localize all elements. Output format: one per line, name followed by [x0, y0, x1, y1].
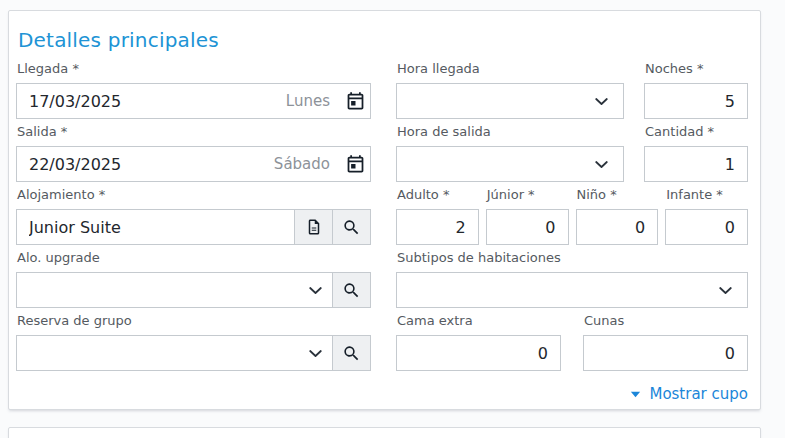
chevron-down-icon	[717, 282, 734, 299]
nino-input[interactable]	[577, 210, 658, 244]
search-icon	[342, 218, 361, 237]
salida-label: Salida *	[17, 124, 371, 140]
noches-label: Noches *	[645, 61, 748, 77]
junior-input[interactable]	[487, 210, 568, 244]
search-icon	[342, 344, 361, 363]
cunas-input[interactable]	[584, 336, 747, 370]
reserva-de-grupo-label: Reserva de grupo	[17, 313, 371, 329]
nino-label: Niño *	[577, 187, 659, 203]
junior-label: Júnior *	[487, 187, 569, 203]
field-cama-extra: Cama extra	[396, 313, 561, 371]
chevron-down-icon	[593, 156, 610, 173]
field-llegada: Llegada * Lunes	[16, 61, 371, 119]
adulto-input[interactable]	[397, 210, 478, 244]
chevron-down-icon	[307, 345, 324, 362]
left-column: Llegada * Lunes Salida *	[16, 61, 371, 403]
infante-input-group	[665, 209, 748, 245]
cantidad-input[interactable]	[645, 147, 747, 181]
field-alojamiento: Alojamiento *	[16, 187, 371, 245]
alo-upgrade-input-group	[16, 272, 371, 308]
nino-input-group	[576, 209, 659, 245]
chevron-down-icon	[593, 93, 610, 110]
cantidad-label: Cantidad *	[645, 124, 748, 140]
llegada-label: Llegada *	[17, 61, 371, 77]
cupo-row: Mostrar cupo	[396, 385, 748, 403]
cama-extra-input-group	[396, 335, 561, 371]
mostrar-cupo-label: Mostrar cupo	[649, 385, 748, 403]
calendar-icon	[345, 154, 366, 175]
junior-input-group	[486, 209, 569, 245]
chevron-down-icon	[307, 282, 324, 299]
field-hora-de-salida: Hora de salida	[396, 124, 624, 182]
hora-de-salida-select[interactable]	[396, 146, 624, 182]
reserva-de-grupo-select[interactable]	[17, 336, 332, 370]
right-column: Hora llegada Noches *	[396, 61, 748, 403]
infante-input[interactable]	[666, 210, 747, 244]
mostrar-cupo-link[interactable]: Mostrar cupo	[629, 385, 748, 403]
next-section-panel	[8, 427, 761, 438]
field-junior: Júnior *	[486, 187, 569, 245]
alo-upgrade-label: Alo. upgrade	[17, 250, 371, 266]
calendar-icon	[345, 91, 366, 112]
caret-down-icon	[629, 388, 642, 401]
field-adulto: Adulto *	[396, 187, 479, 245]
hora-de-salida-label: Hora de salida	[397, 124, 624, 140]
salida-input-group: Sábado	[16, 146, 371, 182]
cunas-label: Cunas	[584, 313, 748, 329]
row-ocupantes: Adulto * Júnior * Niño *	[396, 187, 748, 250]
field-hora-llegada: Hora llegada	[396, 61, 624, 119]
cama-extra-label: Cama extra	[397, 313, 561, 329]
noches-input[interactable]	[645, 84, 747, 118]
salida-weekday: Sábado	[274, 155, 330, 173]
llegada-date-input[interactable]	[17, 84, 286, 118]
row-hora-salida-cantidad: Hora de salida Cantidad *	[396, 124, 748, 187]
field-cantidad: Cantidad *	[644, 124, 748, 182]
field-salida: Salida * Sábado	[16, 124, 371, 182]
cama-extra-input[interactable]	[397, 336, 560, 370]
document-icon	[305, 218, 323, 236]
row-camas: Cama extra Cunas	[396, 313, 748, 376]
subtipos-select[interactable]	[396, 272, 748, 308]
alo-upgrade-select[interactable]	[17, 273, 332, 307]
field-subtipos: Subtipos de habitaciones	[396, 250, 748, 308]
llegada-calendar-button[interactable]	[340, 84, 370, 118]
noches-input-group	[644, 83, 748, 119]
row-hora-llegada-noches: Hora llegada Noches *	[396, 61, 748, 124]
salida-calendar-button[interactable]	[340, 147, 370, 181]
hora-llegada-select[interactable]	[396, 83, 624, 119]
alojamiento-search-button[interactable]	[332, 210, 370, 244]
adulto-input-group	[396, 209, 479, 245]
hora-llegada-label: Hora llegada	[397, 61, 624, 77]
infante-label: Infante *	[666, 187, 748, 203]
cantidad-input-group	[644, 146, 748, 182]
llegada-weekday: Lunes	[286, 92, 330, 110]
alojamiento-label: Alojamiento *	[17, 187, 371, 203]
salida-date-input[interactable]	[17, 147, 274, 181]
alojamiento-input[interactable]	[17, 210, 294, 244]
reserva-de-grupo-input-group	[16, 335, 371, 371]
cunas-input-group	[583, 335, 748, 371]
alojamiento-input-group	[16, 209, 371, 245]
field-alo-upgrade: Alo. upgrade	[16, 250, 371, 308]
alo-upgrade-search-button[interactable]	[332, 273, 370, 307]
llegada-input-group: Lunes	[16, 83, 371, 119]
page: Detalles principales Llegada * Lunes	[0, 0, 785, 438]
subtipos-label: Subtipos de habitaciones	[397, 250, 748, 266]
panel-title: Detalles principales	[18, 28, 748, 52]
search-icon	[342, 281, 361, 300]
alojamiento-details-button[interactable]	[294, 210, 332, 244]
reserva-de-grupo-search-button[interactable]	[332, 336, 370, 370]
adulto-label: Adulto *	[397, 187, 479, 203]
field-cunas: Cunas	[583, 313, 748, 371]
field-infante: Infante *	[665, 187, 748, 245]
field-noches: Noches *	[644, 61, 748, 119]
form-grid: Llegada * Lunes Salida *	[16, 61, 748, 403]
detalles-principales-panel: Detalles principales Llegada * Lunes	[8, 10, 761, 410]
field-nino: Niño *	[576, 187, 659, 245]
field-reserva-de-grupo: Reserva de grupo	[16, 313, 371, 371]
